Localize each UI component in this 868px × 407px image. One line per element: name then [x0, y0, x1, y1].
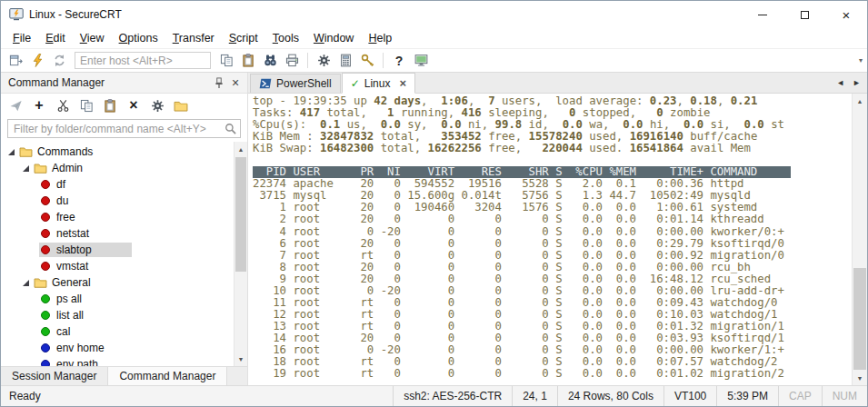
filter-row: [1, 117, 247, 142]
send-icon[interactable]: [5, 95, 25, 115]
tree-scrollbar[interactable]: ▲ ▼: [234, 142, 247, 366]
pane-tab-session-manager[interactable]: Session Manager: [1, 367, 108, 385]
tab-linux[interactable]: ✓Linux×: [342, 73, 415, 94]
tree-label: env home: [56, 342, 105, 354]
toolbar-overflow-icon[interactable]: ▾: [859, 56, 867, 65]
window-title: Linux - SecureCRT: [29, 8, 122, 21]
keypad-icon[interactable]: [335, 51, 355, 71]
tree-item-free[interactable]: free: [1, 209, 247, 225]
menu-options[interactable]: Options: [112, 29, 165, 47]
print-icon[interactable]: [282, 51, 302, 71]
close-pane-icon[interactable]: ×: [227, 74, 244, 91]
terminal-scrollbar[interactable]: ▲ ▼: [852, 94, 867, 385]
tree-item-inner: env path: [39, 357, 102, 366]
red-dot-icon: [41, 180, 50, 189]
close-tab-icon[interactable]: ×: [399, 77, 406, 89]
check-icon: ✓: [351, 78, 360, 89]
tree-item-cal[interactable]: cal: [1, 323, 247, 340]
main-toolbar: ? ▾: [1, 48, 867, 73]
tab-powershell[interactable]: PowerShell: [250, 74, 341, 93]
tree-item-inner: netstat: [39, 226, 93, 241]
gear-icon[interactable]: [314, 51, 334, 71]
host-input[interactable]: [75, 52, 211, 69]
scroll-tabs-right-icon[interactable]: ►: [853, 78, 861, 87]
tree-item-env-path[interactable]: env path: [1, 356, 247, 366]
menu-file[interactable]: File: [5, 29, 38, 47]
menu-tools[interactable]: Tools: [265, 29, 306, 47]
tree-item-inner: env home: [39, 341, 108, 355]
command-manager-panel: Command Manager × +× ▲ ▼ CommandsAdmindf…: [1, 73, 248, 385]
folder-new-icon[interactable]: [171, 95, 191, 115]
expanded-twisty-icon[interactable]: [23, 280, 29, 286]
menu-window[interactable]: Window: [306, 29, 361, 47]
tree-folder-admin[interactable]: Admin: [1, 160, 247, 176]
tab-label: Linux: [364, 77, 391, 90]
gear-icon[interactable]: [147, 95, 167, 115]
tree-item-du[interactable]: du: [1, 193, 247, 209]
tree-root-commands[interactable]: Commands: [1, 144, 247, 160]
key-icon[interactable]: [357, 51, 377, 71]
tree-item-netstat[interactable]: netstat: [1, 225, 247, 242]
process-row: 8 root 20 0 0 0 0 S 0.0 0.0 0:00.00 rcu_…: [253, 262, 791, 273]
tree-item-inner: free: [39, 210, 79, 224]
close-button[interactable]: ×: [825, 1, 867, 28]
terminal-scrollbar-thumb[interactable]: [853, 268, 866, 370]
session-tab-bar: PowerShell✓Linux×◄►: [248, 73, 867, 94]
copy-icon[interactable]: [76, 95, 96, 115]
process-row: 13 root rt 0 0 0 0 S 0.0 0.0 0:01.32 mig…: [253, 321, 791, 333]
session-panel-icon[interactable]: [5, 51, 25, 71]
paste-icon[interactable]: [100, 95, 120, 115]
tree-item-env-home[interactable]: env home: [1, 340, 247, 356]
pin-icon[interactable]: [211, 74, 227, 91]
filter-input[interactable]: [7, 119, 241, 138]
scroll-down-icon[interactable]: ▼: [853, 371, 867, 385]
quick-connect-icon[interactable]: [27, 51, 47, 71]
process-row: 12 root rt 0 0 0 0 S 0.0 0.0 0:10.03 wat…: [253, 309, 791, 321]
capture-icon[interactable]: [411, 51, 431, 71]
command-tree: ▲ ▼ CommandsAdmindfdufreenetstatslabtopv…: [1, 142, 247, 366]
maximize-button[interactable]: [783, 1, 825, 28]
tree-item-inner: list all: [39, 308, 87, 323]
find-icon[interactable]: [260, 51, 280, 71]
pane-tab-command-manager[interactable]: Command Manager: [108, 367, 227, 385]
tree-item-df[interactable]: df: [1, 176, 247, 193]
status-bar: Ready ssh2: AES-256-CTR24, 124 Rows, 80 …: [1, 385, 867, 406]
tree-label: netstat: [56, 227, 89, 240]
help-icon[interactable]: ?: [389, 51, 409, 71]
scroll-down-icon[interactable]: ▼: [234, 352, 247, 366]
tree-scrollbar-thumb[interactable]: [235, 157, 246, 272]
tree-item-inner: slabtop: [39, 243, 132, 257]
red-dot-icon: [41, 213, 50, 222]
expanded-twisty-icon[interactable]: [8, 149, 15, 155]
paste-icon[interactable]: [238, 51, 258, 71]
terminal-output: top - 19:39:35 up 42 days, 1:06, 7 users…: [253, 95, 791, 380]
tab-scroll-arrows: ◄►: [836, 78, 867, 87]
red-dot-icon: [41, 245, 50, 254]
main-area: Command Manager × +× ▲ ▼ CommandsAdmindf…: [1, 73, 867, 385]
powershell-icon: [259, 78, 272, 89]
scroll-tabs-left-icon[interactable]: ◄: [836, 78, 844, 87]
tree-item-slabtop[interactable]: slabtop: [1, 242, 247, 258]
reconnect-icon[interactable]: [49, 51, 69, 71]
copy-icon[interactable]: [216, 51, 236, 71]
menu-view[interactable]: View: [73, 29, 112, 47]
status-num: NUM: [822, 386, 867, 406]
blue-dot-icon: [41, 360, 50, 366]
menu-script[interactable]: Script: [222, 29, 265, 47]
process-row: 4 root 0 -20 0 0 0 S 0.0 0.0 0:00.00 kwo…: [253, 226, 791, 238]
menu-help[interactable]: Help: [361, 29, 399, 47]
cut-icon[interactable]: [53, 95, 73, 115]
tree-item-list-all[interactable]: list all: [1, 307, 247, 323]
scroll-up-icon[interactable]: ▲: [853, 94, 867, 108]
expanded-twisty-icon[interactable]: [23, 165, 29, 172]
tree-item-ps-all[interactable]: ps all: [1, 291, 247, 307]
tree-item-vmstat[interactable]: vmstat: [1, 258, 247, 274]
minimize-button[interactable]: [742, 1, 783, 28]
tree-folder-general[interactable]: General: [1, 274, 247, 291]
delete-icon[interactable]: ×: [124, 95, 144, 115]
terminal-screen[interactable]: top - 19:39:35 up 42 days, 1:06, 7 users…: [248, 94, 867, 385]
add-icon[interactable]: +: [29, 95, 49, 115]
menu-transfer[interactable]: Transfer: [165, 29, 222, 47]
scroll-up-icon[interactable]: ▲: [234, 142, 247, 156]
menu-edit[interactable]: Edit: [38, 29, 73, 47]
